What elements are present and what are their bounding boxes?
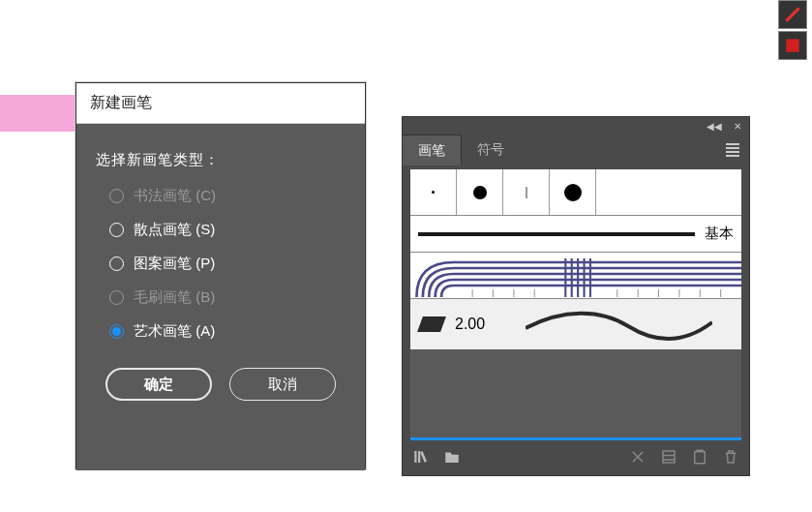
- radio-label: 书法画笔 (C): [134, 187, 216, 205]
- brush-swatch-round-large[interactable]: [550, 169, 596, 215]
- brush-libraries-icon[interactable]: [412, 448, 430, 469]
- brushes-panel: ◀◀ ✕ 画笔 符号 基本: [402, 116, 750, 476]
- pink-selection-bar: [0, 95, 75, 132]
- basic-label: 基本: [705, 225, 734, 243]
- close-panel-icon[interactable]: ✕: [734, 121, 741, 132]
- radio-calligraphic-brush: 书法画笔 (C): [96, 187, 346, 205]
- basic-stroke-preview: [418, 232, 695, 236]
- stroke-preview: [526, 303, 732, 346]
- radio-label: 艺术画笔 (A): [134, 322, 215, 341]
- tool-strip: [778, 0, 812, 60]
- dialog-body: 选择新画笔类型： 书法画笔 (C) 散点画笔 (S) 图案画笔 (P) 毛刷画笔…: [76, 124, 365, 470]
- tab-brush[interactable]: 画笔: [403, 135, 462, 166]
- brush-swatch-thin-line[interactable]: [503, 169, 550, 215]
- radio-icon: [109, 324, 124, 339]
- radio-label: 毛刷画笔 (B): [134, 288, 215, 307]
- svg-rect-16: [414, 451, 416, 463]
- stroke-options-icon[interactable]: [660, 448, 677, 469]
- brush-type-prompt: 选择新画笔类型：: [96, 151, 346, 169]
- svg-rect-0: [786, 39, 798, 51]
- brush-swatch-round-tiny[interactable]: [410, 169, 457, 215]
- new-brush-dialog: 新建画笔 选择新画笔类型： 书法画笔 (C) 散点画笔 (S) 图案画笔 (P)…: [75, 82, 366, 469]
- brush-charcoal[interactable]: 2.00: [410, 299, 741, 349]
- radio-icon: [109, 223, 124, 237]
- collapse-panel-icon[interactable]: ◀◀: [707, 121, 722, 132]
- tool-fill-color[interactable]: [778, 31, 807, 60]
- radio-label: 散点画笔 (S): [134, 221, 215, 239]
- radio-art-brush[interactable]: 艺术画笔 (A): [96, 322, 346, 341]
- delete-brush-icon[interactable]: [722, 448, 739, 469]
- radio-pattern-brush[interactable]: 图案画笔 (P): [96, 255, 346, 273]
- tool-eyedropper[interactable]: [778, 0, 807, 29]
- radio-label: 图案画笔 (P): [134, 255, 215, 273]
- radio-icon: [109, 290, 124, 305]
- remove-stroke-icon[interactable]: [629, 448, 647, 469]
- radio-icon: [109, 189, 124, 203]
- svg-rect-21: [695, 452, 706, 464]
- radio-icon: [109, 256, 124, 271]
- radio-bristle-brush: 毛刷画笔 (B): [96, 288, 346, 307]
- brush-list: 基本: [410, 169, 741, 440]
- tab-symbol[interactable]: 符号: [462, 135, 520, 166]
- ok-button[interactable]: 确定: [105, 368, 212, 401]
- svg-rect-17: [418, 451, 420, 463]
- brush-basic[interactable]: 基本: [410, 216, 741, 253]
- libraries-folder-icon[interactable]: [443, 448, 461, 469]
- brush-pattern[interactable]: [410, 253, 741, 299]
- brush-swatch-round-medium[interactable]: [457, 169, 503, 215]
- cancel-button[interactable]: 取消: [229, 368, 336, 401]
- svg-rect-18: [663, 451, 675, 463]
- dialog-title: 新建画笔: [76, 83, 365, 124]
- new-brush-icon[interactable]: [691, 448, 708, 469]
- panel-menu-icon[interactable]: [726, 143, 739, 157]
- charcoal-icon: [417, 316, 446, 332]
- stroke-value: 2.00: [455, 316, 485, 333]
- radio-scatter-brush[interactable]: 散点画笔 (S): [96, 221, 346, 239]
